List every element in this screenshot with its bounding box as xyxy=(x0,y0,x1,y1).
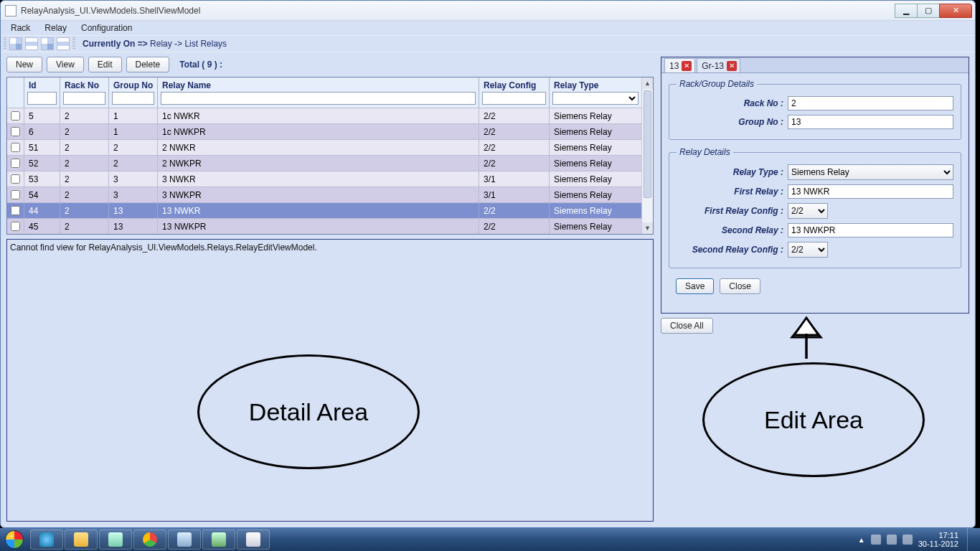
rack-group-legend: Rack/Group Details xyxy=(677,79,757,89)
breadcrumb: Currently On => Relay -> List Relays xyxy=(83,39,227,49)
new-button[interactable]: New xyxy=(6,57,42,72)
cell-type: Siemens Relay xyxy=(550,219,641,234)
col-id[interactable]: Id xyxy=(24,77,60,92)
row-checkbox[interactable] xyxy=(11,127,20,136)
taskbar-image[interactable] xyxy=(237,529,270,550)
cell-rack: 2 xyxy=(60,187,109,202)
start-button[interactable] xyxy=(0,528,29,551)
group-no-field[interactable] xyxy=(788,115,953,129)
titlebar: RelayAnalysis_UI.ViewModels.ShellViewMod… xyxy=(1,1,975,21)
minimize-button[interactable]: ▁ xyxy=(895,4,918,18)
second-relay-field[interactable] xyxy=(788,223,953,237)
cell-name: 1c NWKR xyxy=(158,108,479,123)
cell-config: 2/2 xyxy=(479,140,550,155)
menu-configuration[interactable]: Configuration xyxy=(74,22,139,34)
close-tab-icon[interactable]: ✕ xyxy=(727,61,737,71)
table-row[interactable]: 53233 NWKR3/1Siemens Relay xyxy=(7,171,641,187)
col-rack[interactable]: Rack No xyxy=(60,77,108,92)
scroll-thumb[interactable] xyxy=(644,90,651,198)
col-group[interactable]: Group No xyxy=(109,77,157,92)
table-row[interactable]: 4521313 NWKPR2/2Siemens Relay xyxy=(7,218,641,234)
filter-rack[interactable] xyxy=(63,92,105,105)
edit-panel: 13✕ Gr-13✕ Rack/Group Details Rack No : … xyxy=(661,57,969,314)
close-tab-icon[interactable]: ✕ xyxy=(682,61,692,71)
first-relay-field[interactable] xyxy=(788,184,953,199)
grid-scrollbar[interactable]: ▲ ▼ xyxy=(641,77,653,234)
second-relay-config-select[interactable]: 2/2 xyxy=(788,242,828,258)
row-checkbox[interactable] xyxy=(11,111,20,121)
cell-name: 2 NWKPR xyxy=(158,156,479,171)
cell-group: 3 xyxy=(109,187,158,202)
table-row[interactable]: 54233 NWKPR3/1Siemens Relay xyxy=(7,187,641,202)
taskbar-explorer[interactable] xyxy=(65,529,98,550)
relay-type-label: Relay Type : xyxy=(677,167,788,177)
view-button[interactable]: View xyxy=(47,57,84,72)
windows-orb-icon xyxy=(5,530,24,549)
toolbar-grid-icon[interactable] xyxy=(9,37,22,50)
cell-group: 2 xyxy=(109,156,158,171)
close-window-button[interactable]: ✕ xyxy=(939,4,972,18)
relay-type-select[interactable]: Siemens Relay xyxy=(788,164,953,180)
col-type[interactable]: Relay Type xyxy=(550,77,641,92)
group-no-label: Group No : xyxy=(677,117,788,127)
taskbar-chrome[interactable] xyxy=(133,529,166,550)
cell-id: 54 xyxy=(24,187,60,202)
menu-relay[interactable]: Relay xyxy=(37,22,74,34)
row-checkbox[interactable] xyxy=(11,159,20,168)
table-row[interactable]: 5211c NWKR2/2Siemens Relay xyxy=(7,108,641,123)
table-row[interactable]: 6211c NWKPR2/2Siemens Relay xyxy=(7,123,641,139)
tab-gr-13[interactable]: Gr-13✕ xyxy=(697,58,740,72)
show-desktop-button[interactable] xyxy=(967,528,974,551)
taskbar-csharp[interactable] xyxy=(202,529,235,550)
close-all-button[interactable]: Close All xyxy=(661,318,713,334)
save-button[interactable]: Save xyxy=(676,278,714,294)
tray-flag-icon[interactable] xyxy=(871,534,881,545)
col-name[interactable]: Relay Name xyxy=(158,77,479,92)
filter-id[interactable] xyxy=(27,92,57,105)
menu-rack[interactable]: Rack xyxy=(4,22,37,34)
scroll-down-icon[interactable]: ▼ xyxy=(642,222,653,234)
taskbar-app[interactable] xyxy=(99,529,132,550)
table-row[interactable]: 51222 NWKR2/2Siemens Relay xyxy=(7,139,641,155)
maximize-button[interactable]: ▢ xyxy=(917,4,940,18)
toolbar-grip-icon xyxy=(4,37,6,50)
tray-clock[interactable]: 17:11 30-11-2012 xyxy=(918,531,958,548)
tray-chevron-icon[interactable]: ▲ xyxy=(858,536,865,544)
cell-rack: 2 xyxy=(60,140,109,155)
row-checkbox[interactable] xyxy=(11,222,20,231)
cell-group: 1 xyxy=(109,108,158,123)
scroll-up-icon[interactable]: ▲ xyxy=(642,77,653,89)
cell-name: 3 NWKR xyxy=(158,171,479,187)
row-checkbox[interactable] xyxy=(11,143,20,152)
taskbar-ie[interactable] xyxy=(30,529,63,550)
col-config[interactable]: Relay Config xyxy=(479,77,549,92)
detail-error-message: Cannot find view for RelayAnalysis_UI.Vi… xyxy=(10,242,317,253)
rack-no-field[interactable] xyxy=(788,96,953,110)
tab-13[interactable]: 13✕ xyxy=(664,58,695,72)
cell-group: 1 xyxy=(109,124,158,139)
toolbar-split-h-icon[interactable] xyxy=(25,37,38,50)
filter-type[interactable] xyxy=(552,92,639,105)
taskbar-tool[interactable] xyxy=(168,529,201,550)
relay-grid: Id Rack No Group No Relay Name Relay Con… xyxy=(6,77,654,235)
system-tray: ▲ 17:11 30-11-2012 xyxy=(858,528,980,551)
second-relay-label: Second Relay : xyxy=(677,225,788,235)
toolbar-split-v-icon[interactable] xyxy=(41,37,54,50)
filter-group[interactable] xyxy=(112,92,154,105)
relay-details-legend: Relay Details xyxy=(677,147,733,157)
toolbar-panel-icon[interactable] xyxy=(57,37,70,50)
table-row[interactable]: 52222 NWKPR2/2Siemens Relay xyxy=(7,155,641,171)
table-row[interactable]: 4421313 NWKR2/2Siemens Relay xyxy=(7,202,641,218)
tray-network-icon[interactable] xyxy=(887,534,897,545)
first-relay-config-select[interactable]: 2/2 xyxy=(788,203,828,219)
filter-config[interactable] xyxy=(482,92,546,105)
row-checkbox[interactable] xyxy=(11,206,20,215)
close-button[interactable]: Close xyxy=(720,278,760,294)
row-checkbox[interactable] xyxy=(11,190,20,199)
row-checkbox[interactable] xyxy=(11,174,20,184)
edit-button[interactable]: Edit xyxy=(88,57,122,72)
filter-name[interactable] xyxy=(161,92,476,105)
cell-config: 2/2 xyxy=(479,124,550,139)
tray-volume-icon[interactable] xyxy=(903,534,913,545)
delete-button[interactable]: Delete xyxy=(126,57,170,72)
